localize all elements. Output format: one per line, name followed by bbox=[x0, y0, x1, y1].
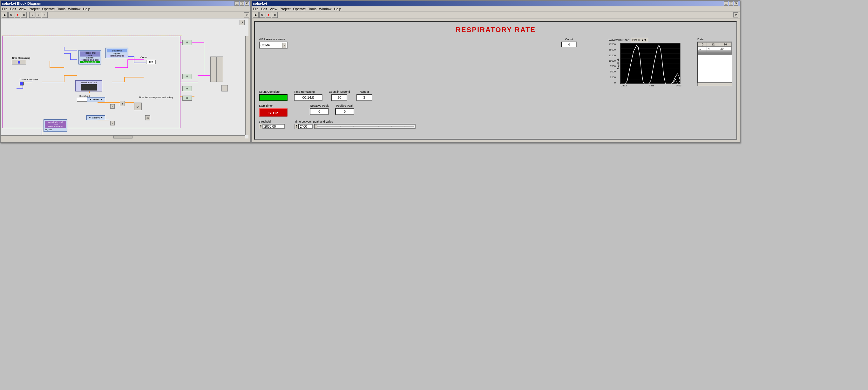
chart-row: Amplitude bbox=[617, 43, 682, 84]
step-over-button[interactable]: ⤵ bbox=[29, 12, 35, 18]
time-remaining-indicator bbox=[18, 61, 20, 64]
chart-and-x-axis: Amplitude bbox=[617, 43, 682, 87]
time-between-slider[interactable] bbox=[314, 124, 415, 129]
vi-menu-view[interactable]: View bbox=[270, 7, 277, 11]
vi-run-button[interactable]: ▶ bbox=[253, 12, 259, 18]
right-block-1: ⊞ bbox=[182, 40, 192, 45]
menu-help[interactable]: Help bbox=[83, 7, 90, 11]
count-in-second-control: Count in Second 20 bbox=[329, 90, 350, 101]
menu-view[interactable]: View bbox=[19, 7, 26, 11]
vi-menu-project[interactable]: Project bbox=[280, 7, 290, 11]
data-table[interactable]: 0 12 20 1 4 20 bbox=[698, 42, 732, 83]
time-between-row: ▲ ▼ 2400 bbox=[294, 124, 415, 129]
time-between-label: Time between peak and valley bbox=[294, 120, 415, 123]
vi-menu-window[interactable]: Window bbox=[319, 7, 331, 11]
help-icon[interactable]: ? bbox=[244, 12, 249, 18]
run-continuously-button[interactable]: ↻ bbox=[8, 12, 14, 18]
positive-peak-value[interactable]: 0 bbox=[335, 108, 354, 115]
visa-resource-label: VISA resource name bbox=[259, 38, 287, 41]
step-into-button[interactable]: ↓ bbox=[36, 12, 41, 18]
close-button[interactable]: ✕ bbox=[245, 1, 249, 6]
count-value[interactable]: 4 bbox=[561, 42, 577, 47]
far-right-block-1 bbox=[210, 57, 217, 82]
vi-run-continuously-button[interactable]: ↻ bbox=[259, 12, 265, 18]
stop-button[interactable]: STOP bbox=[259, 108, 287, 117]
data-label: Data bbox=[698, 38, 732, 41]
time-remaining-panel-label: Time Remaining bbox=[294, 90, 322, 93]
amplitude-block: Amplitude and Level Measurements Signals bbox=[43, 120, 67, 132]
threshold-spinbox[interactable]: ▲ ▼ bbox=[259, 124, 263, 129]
run-button[interactable]: ▶ bbox=[2, 12, 8, 18]
visa-dropdown-arrow[interactable]: ▼ bbox=[282, 42, 286, 47]
threshold-control: threshold ▲ ▼ 2000.00 bbox=[259, 120, 285, 129]
vi-menu-help[interactable]: Help bbox=[334, 7, 341, 11]
menu-operate[interactable]: Operate bbox=[42, 7, 55, 11]
stop-timer-control: Stop Timer STOP bbox=[259, 104, 287, 117]
front-panel: RESPIRATORY RATE VISA resource name COM4… bbox=[252, 19, 740, 142]
vi-menu-edit[interactable]: Edit bbox=[261, 7, 267, 11]
right-block-4: ⊞ bbox=[182, 96, 192, 101]
negative-peak-label: Negative Peak bbox=[310, 104, 329, 107]
waveform-chart-block: Waveform Chart bbox=[75, 80, 102, 92]
repeat-label: Repeat bbox=[360, 90, 369, 93]
negative-peak-value[interactable]: 0 bbox=[310, 108, 329, 115]
maximize-button[interactable]: □ bbox=[240, 1, 244, 6]
table-row-4 bbox=[698, 54, 732, 55]
vi-menu-operate[interactable]: Operate bbox=[293, 7, 306, 11]
small-connector-1: N bbox=[110, 104, 115, 109]
repeat-value[interactable]: 3 bbox=[356, 94, 372, 101]
compare-op-2: ▭ bbox=[145, 115, 150, 120]
h-scrollbar-thumb[interactable] bbox=[114, 136, 132, 138]
plot-label: Plot 0 ▲▼ bbox=[631, 38, 648, 42]
abort-button[interactable]: ■ bbox=[14, 12, 20, 18]
slider-ticks-svg bbox=[315, 124, 414, 129]
visa-resource-control: VISA resource name COM4 ▼ bbox=[259, 38, 287, 48]
data-table-scrollbar[interactable] bbox=[698, 83, 732, 86]
vi-minimize-button[interactable]: _ bbox=[724, 1, 728, 6]
menu-project[interactable]: Project bbox=[29, 7, 39, 11]
right-block-2: ⊞ bbox=[182, 74, 192, 79]
vi-menu-tools[interactable]: Tools bbox=[308, 7, 316, 11]
threshold-value[interactable]: 2000.00 bbox=[263, 124, 285, 129]
time-remaining-label: Time Remaining bbox=[12, 57, 30, 59]
vi-close-button[interactable]: ✕ bbox=[734, 1, 738, 6]
minimize-button[interactable]: _ bbox=[235, 1, 239, 6]
v-scrollbar[interactable] bbox=[245, 36, 248, 135]
far-right-block-3 bbox=[221, 85, 228, 92]
block-diagram-menu: File Edit View Project Operate Tools Win… bbox=[1, 6, 250, 11]
panel-inner: RESPIRATORY RATE VISA resource name COM4… bbox=[254, 21, 737, 140]
block-diagram-toolbar: ▶ ↻ ■ ⏸ ⤵ ↓ ↑ ? bbox=[1, 11, 250, 19]
vi-abort-button[interactable]: ■ bbox=[266, 12, 271, 18]
vi-maximize-button[interactable]: □ bbox=[729, 1, 733, 6]
col-header-3: 20 bbox=[719, 42, 732, 47]
vi-menu-file[interactable]: File bbox=[253, 7, 259, 11]
menu-tools[interactable]: Tools bbox=[57, 7, 65, 11]
count-in-second-label: Count in Second bbox=[329, 90, 350, 93]
count-label-panel: Count bbox=[565, 38, 573, 41]
controls-row-2: Count Complete Time Remaining 00:14.0 Co… bbox=[259, 90, 732, 101]
waveform-chart-control: Waveform Chart Plot 0 ▲▼ 17500 15000 125… bbox=[609, 38, 682, 87]
waveform-chart-preview bbox=[81, 84, 97, 91]
menu-file[interactable]: File bbox=[2, 7, 8, 11]
step-out-button[interactable]: ↑ bbox=[42, 12, 48, 18]
data-table-control: Data 0 12 20 bbox=[698, 38, 732, 86]
diagram-help-icon[interactable]: ? bbox=[240, 20, 245, 25]
time-remaining-panel-value[interactable]: 00:14.0 bbox=[294, 94, 322, 101]
h-scrollbar[interactable] bbox=[1, 135, 245, 138]
vi-pause-button[interactable]: ⏸ bbox=[272, 12, 278, 18]
count-complete-label: Count Complete bbox=[20, 78, 38, 86]
menu-window[interactable]: Window bbox=[68, 7, 81, 11]
repeat-control: Repeat 3 bbox=[356, 90, 372, 101]
vi-window: coba4.vi _ □ ✕ File Edit View Project Op… bbox=[251, 0, 740, 143]
vi-title-buttons: _ □ ✕ bbox=[724, 1, 738, 6]
time-between-value[interactable]: 2400 bbox=[298, 124, 313, 129]
vi-help-icon[interactable]: ? bbox=[733, 12, 738, 18]
time-between-spinbox[interactable]: ▲ ▼ bbox=[294, 124, 298, 129]
statistics-node: Statistics Signals Total Samples bbox=[105, 47, 128, 58]
menu-edit[interactable]: Edit bbox=[10, 7, 16, 11]
visa-resource-input[interactable]: COM4 ▼ bbox=[259, 42, 287, 48]
waveform-chart-label: Waveform Chart bbox=[609, 38, 629, 42]
count-in-second-value[interactable]: 20 bbox=[331, 94, 347, 101]
pause-button[interactable]: ⏸ bbox=[21, 12, 27, 18]
time-remaining-display bbox=[12, 60, 26, 64]
